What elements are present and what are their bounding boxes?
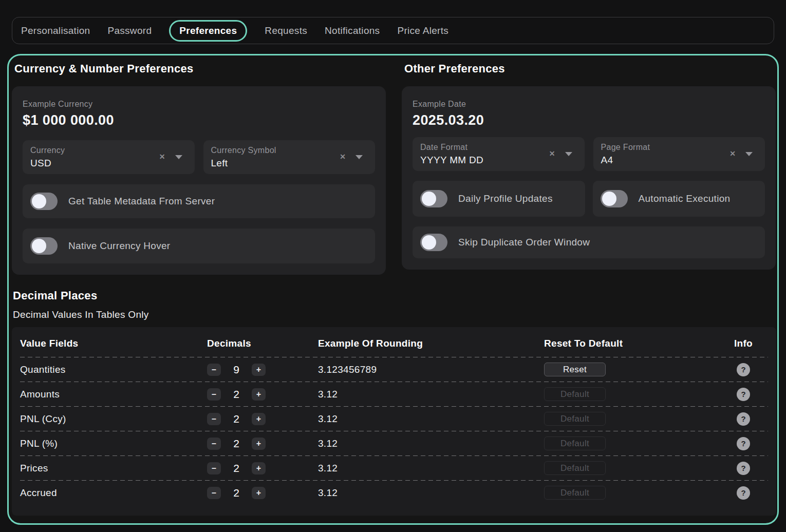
default-button: Default [544,412,606,426]
info-icon[interactable]: ? [737,462,750,475]
decimal-places-title: Decimal Places [13,289,776,302]
default-button: Default [544,461,606,475]
row-field-label: Amounts [20,389,207,400]
quantity-stepper: – 2 + [207,413,318,425]
date-format-select[interactable]: Date Format YYYY MM DD ✕ [413,137,585,171]
currency-select[interactable]: Currency USD ✕ [23,140,195,174]
other-preferences-section: Other Preferences Example Date 2025.03.2… [402,62,776,270]
get-table-metadata-label: Get Table Metadata From Server [68,196,215,207]
currency-card: Example Currency $1 000 000.00 Currency … [12,86,386,275]
reset-button[interactable]: Reset [544,363,606,376]
native-currency-hover-row: Native Currency Hover [23,229,375,263]
tab-price-alerts[interactable]: Price Alerts [397,25,448,36]
col-header-reset: Reset To Default [544,338,719,349]
example-date-label: Example Date [413,100,765,109]
chevron-down-icon[interactable] [745,152,753,156]
rounding-example: 3.12 [318,389,544,400]
info-icon[interactable]: ? [737,363,750,376]
rounding-example: 3.123456789 [318,364,544,375]
row-field-label: Quantities [20,364,207,375]
table-row-accrued: Accrued – 2 + 3.12 Default ? [20,481,768,505]
preferences-panel: Currency & Number Preferences Example Cu… [7,54,779,525]
toggle-knob [422,235,436,250]
rounding-example: 3.12 [318,487,544,499]
daily-profile-updates-row: Daily Profile Updates [413,181,585,217]
clear-icon[interactable]: ✕ [549,149,555,158]
decrement-button[interactable]: – [207,438,221,450]
decimals-value: 2 [226,438,247,450]
tab-personalisation[interactable]: Personalisation [21,25,90,36]
clear-icon[interactable]: ✕ [340,153,346,161]
rounding-example: 3.12 [318,463,544,474]
info-icon[interactable]: ? [737,388,750,401]
other-card: Example Date 2025.03.20 Date Format YYYY… [402,86,776,270]
currency-section-title: Currency & Number Preferences [14,62,386,75]
decimal-places-table: Value Fields Decimals Example Of Roundin… [12,327,776,516]
decimals-value: 2 [226,413,247,425]
increment-button[interactable]: + [252,438,266,450]
increment-button[interactable]: + [252,388,266,401]
rounding-example: 3.12 [318,413,544,425]
decimals-value: 2 [226,388,247,401]
decimal-places-section: Decimal Places Decimal Values In Tables … [12,289,776,516]
default-button: Default [544,387,606,401]
row-field-label: Accrued [20,487,207,499]
chevron-down-icon[interactable] [175,155,182,159]
decimal-places-subtitle: Decimal Values In Tables Only [13,309,776,320]
increment-button[interactable]: + [252,462,266,474]
tab-password[interactable]: Password [107,25,152,36]
clear-icon[interactable]: ✕ [729,149,736,158]
clear-icon[interactable]: ✕ [159,153,165,161]
skip-duplicate-order-label: Skip Duplicate Order Window [458,237,590,248]
tab-requests[interactable]: Requests [265,25,307,36]
chevron-down-icon[interactable] [355,155,363,159]
default-button: Default [544,436,606,450]
chevron-down-icon[interactable] [565,152,572,156]
increment-button[interactable]: + [252,413,266,425]
info-icon[interactable]: ? [737,486,750,500]
info-icon[interactable]: ? [737,412,750,426]
decrement-button[interactable]: – [207,413,221,425]
decrement-button[interactable]: – [207,487,221,499]
skip-duplicate-order-toggle[interactable] [420,234,447,251]
increment-button[interactable]: + [252,364,266,376]
get-table-metadata-row: Get Table Metadata From Server [23,184,375,218]
increment-button[interactable]: + [252,487,266,499]
decrement-button[interactable]: – [207,462,221,474]
decrement-button[interactable]: – [207,388,221,401]
get-table-metadata-toggle[interactable] [30,193,58,210]
decimals-value: 9 [226,364,247,376]
toggle-knob [32,194,46,208]
automatic-execution-row: Automatic Execution [593,181,765,217]
currency-symbol-select[interactable]: Currency Symbol Left ✕ [203,140,376,174]
table-header-row: Value Fields Decimals Example Of Roundin… [20,338,768,357]
tab-preferences[interactable]: Preferences [169,20,247,42]
automatic-execution-toggle[interactable] [601,190,628,207]
rounding-example: 3.12 [318,438,544,449]
tab-notifications[interactable]: Notifications [325,25,380,36]
quantity-stepper: – 9 + [207,364,318,376]
example-currency-value: $1 000 000.00 [23,112,375,128]
settings-tab-bar: Personalisation Password Preferences Req… [12,17,774,44]
decrement-button[interactable]: – [207,364,221,376]
daily-profile-updates-label: Daily Profile Updates [458,193,553,204]
default-button: Default [544,486,606,500]
native-currency-hover-toggle[interactable] [30,237,58,255]
toggle-knob [32,239,46,253]
page-format-select[interactable]: Page Format A4 ✕ [593,137,765,171]
info-icon[interactable]: ? [737,437,750,450]
row-field-label: Prices [20,463,207,474]
toggle-knob [422,192,436,206]
table-row-amounts: Amounts – 2 + 3.12 Default ? [20,382,768,406]
row-field-label: PNL (%) [20,438,207,449]
example-date-value: 2025.03.20 [413,112,765,128]
toggle-knob [602,192,616,206]
decimals-value: 2 [226,487,247,499]
example-currency-label: Example Currency [23,100,375,109]
daily-profile-updates-toggle[interactable] [420,190,447,207]
quantity-stepper: – 2 + [207,388,318,401]
decimals-value: 2 [226,462,247,474]
col-header-value-fields: Value Fields [20,338,207,349]
table-row-quantities: Quantities – 9 + 3.123456789 Reset ? [20,357,768,382]
col-header-decimals: Decimals [207,338,318,349]
